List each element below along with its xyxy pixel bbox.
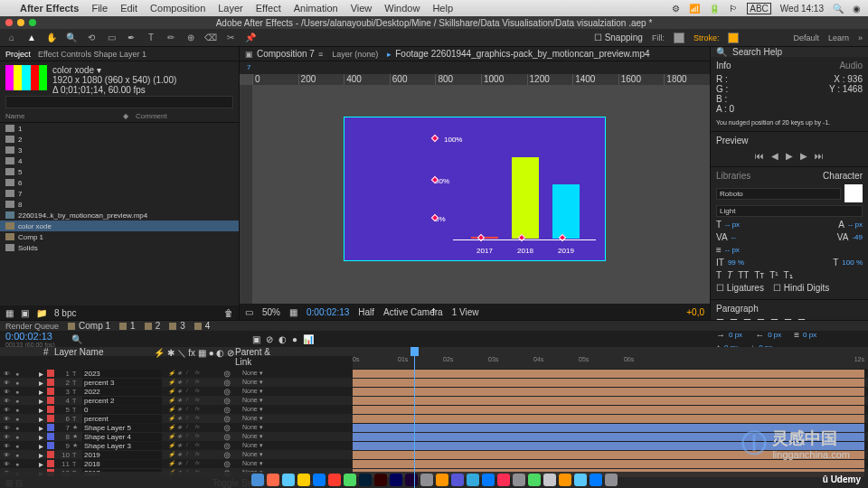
menu-help[interactable]: Help bbox=[432, 3, 453, 14]
allcaps-icon[interactable]: TT bbox=[738, 270, 749, 280]
battery-icon[interactable]: 🔋 bbox=[709, 4, 720, 14]
magnify-icon[interactable]: ▭ bbox=[245, 307, 253, 317]
frame-blend-icon[interactable]: ◐ bbox=[278, 334, 287, 344]
project-search[interactable] bbox=[5, 96, 233, 108]
col-name[interactable]: Name bbox=[5, 112, 123, 120]
trash-icon[interactable]: 🗑 bbox=[224, 308, 233, 318]
menu-composition[interactable]: Composition bbox=[150, 3, 205, 14]
workspace-more-icon[interactable]: » bbox=[858, 33, 863, 42]
font-size[interactable]: -- px bbox=[725, 221, 740, 229]
project-list[interactable]: 123456782260194..k_by_motioncan_preview.… bbox=[0, 123, 239, 305]
flag-icon[interactable]: 🏳 bbox=[729, 4, 738, 14]
siri-icon[interactable]: ◉ bbox=[853, 4, 861, 14]
dock-app-icon[interactable] bbox=[559, 474, 571, 486]
layer-row[interactable]: 👁● ▸ 6 T percent ⚡✱/fx ⊚ None ▾ bbox=[0, 414, 868, 423]
dock-app-icon[interactable] bbox=[451, 474, 464, 486]
view-dropdown[interactable]: 1 View bbox=[452, 307, 479, 317]
snap-toggle[interactable]: ☐ Snapping bbox=[594, 33, 643, 42]
project-item[interactable]: 4 bbox=[0, 155, 239, 166]
project-item[interactable]: color xode bbox=[0, 221, 239, 231]
dock-finder-icon[interactable] bbox=[251, 474, 264, 486]
dock-app-icon[interactable] bbox=[267, 474, 279, 486]
tab-character[interactable]: Character bbox=[823, 171, 863, 181]
menu-view[interactable]: View bbox=[351, 3, 373, 14]
selection-tool-icon[interactable]: ▲ bbox=[25, 32, 38, 44]
shy-icon[interactable]: ⊘ bbox=[266, 334, 273, 344]
tab-render-queue[interactable]: Render Queue bbox=[5, 322, 59, 331]
zoom-tool-icon[interactable]: 🔍 bbox=[65, 32, 78, 44]
kerning[interactable]: -- bbox=[731, 233, 736, 241]
layer-row[interactable]: 👁● ▸ 8 ★ Shape Layer 4 ⚡✱/fx ⊚ None ▾ bbox=[0, 432, 868, 441]
project-item[interactable]: 8 bbox=[0, 199, 239, 210]
dock-app-icon[interactable] bbox=[574, 474, 587, 486]
project-item[interactable]: 5 bbox=[0, 166, 239, 177]
tracking[interactable]: -49 bbox=[852, 233, 863, 241]
dock-app-icon[interactable] bbox=[467, 474, 479, 486]
v-scale[interactable]: 99 % bbox=[728, 258, 744, 267]
dock-app-icon[interactable] bbox=[420, 474, 433, 486]
maximize-icon[interactable] bbox=[29, 19, 36, 26]
ligatures-toggle[interactable]: ☐ Ligatures bbox=[716, 283, 764, 293]
motion-blur-icon[interactable]: ● bbox=[292, 334, 297, 344]
tab-4[interactable]: 4 bbox=[194, 321, 211, 331]
dock-ps-icon[interactable] bbox=[359, 474, 372, 486]
menu-edit[interactable]: Edit bbox=[120, 3, 137, 14]
dock-app-icon[interactable] bbox=[313, 474, 326, 486]
col-label-icon[interactable]: ◆ bbox=[123, 112, 128, 120]
menu-window[interactable]: Window bbox=[384, 3, 420, 14]
tab-effect-controls[interactable]: Effect Controls Shape Layer 1 bbox=[38, 50, 146, 59]
italic-icon[interactable]: T bbox=[727, 270, 732, 280]
h-scale[interactable]: 100 % bbox=[842, 258, 863, 267]
first-frame-icon[interactable]: ⏮ bbox=[755, 151, 764, 161]
superscript-icon[interactable]: T¹ bbox=[769, 270, 778, 280]
dock-app-icon[interactable] bbox=[297, 474, 310, 486]
spotlight-icon[interactable]: 🔍 bbox=[833, 4, 844, 14]
graph-editor-icon[interactable]: 📊 bbox=[303, 334, 314, 344]
text-tool-icon[interactable]: T bbox=[145, 32, 157, 44]
font-weight-select[interactable]: Light bbox=[716, 205, 863, 217]
app-name[interactable]: After Effects bbox=[20, 3, 79, 14]
comp-breadcrumb[interactable]: 7 bbox=[240, 61, 710, 74]
layer-row[interactable]: 👁● ▸ 2 T percent 3 ⚡✱/fx ⊚ None ▾ bbox=[0, 378, 868, 387]
pen-tool-icon[interactable]: ✒ bbox=[125, 32, 137, 44]
dock-app-icon[interactable] bbox=[436, 474, 448, 486]
dock-app-icon[interactable] bbox=[513, 474, 525, 486]
play-icon[interactable]: ▶ bbox=[786, 151, 793, 161]
layer-row[interactable]: 👁● ▸ 11 T 2018 ⚡✱/fx ⊚ None ▾ bbox=[0, 459, 868, 468]
project-item[interactable]: Solids bbox=[0, 242, 239, 253]
menu-animation[interactable]: Animation bbox=[294, 3, 338, 14]
timecode-display[interactable]: 0:00:02:13 bbox=[307, 307, 349, 317]
tab-preview[interactable]: Preview bbox=[716, 136, 749, 145]
dock-app-icon[interactable] bbox=[282, 474, 295, 486]
project-item[interactable]: 2 bbox=[0, 134, 239, 145]
layer-row[interactable]: 👁● ▸ 10 T 2019 ⚡✱/fx ⊚ None ▾ bbox=[0, 450, 868, 459]
puppet-tool-icon[interactable]: 📌 bbox=[244, 32, 257, 44]
comp-viewer[interactable]: 020040060080010001200140016001800 100% 5… bbox=[240, 74, 710, 304]
leading[interactable]: -- px bbox=[848, 221, 863, 229]
tab-info[interactable]: Info bbox=[716, 61, 731, 70]
tab-composition[interactable]: ▣ Composition 7 ≡ bbox=[245, 49, 323, 59]
new-comp-icon[interactable]: ▣ bbox=[21, 308, 29, 318]
last-frame-icon[interactable]: ⏭ bbox=[815, 151, 824, 161]
smallcaps-icon[interactable]: Tт bbox=[754, 270, 764, 280]
dock-app-icon[interactable] bbox=[543, 474, 556, 486]
tab-comp1[interactable]: Comp 1 bbox=[68, 321, 110, 331]
bar-2018[interactable] bbox=[512, 157, 539, 239]
layer-row[interactable]: 👁● ▸ 9 ★ Shape Layer 3 ⚡✱/fx ⊚ None ▾ bbox=[0, 441, 868, 450]
dock-app-icon[interactable] bbox=[528, 474, 541, 486]
layer-row[interactable]: 👁● ▸ 3 T 2022 ⚡✱/fx ⊚ None ▾ bbox=[0, 387, 868, 396]
col-parent[interactable]: Parent & Link bbox=[235, 347, 289, 356]
hindi-toggle[interactable]: ☐ Hindi Digits bbox=[773, 283, 829, 293]
interpret-icon[interactable]: ▦ bbox=[5, 308, 14, 318]
bold-icon[interactable]: T bbox=[716, 270, 722, 280]
roto-tool-icon[interactable]: ✂ bbox=[224, 32, 237, 44]
wifi-icon[interactable]: 📶 bbox=[689, 4, 700, 14]
orbit-tool-icon[interactable]: ⟲ bbox=[85, 32, 98, 44]
playhead[interactable] bbox=[414, 347, 415, 488]
col-comment[interactable]: Comment bbox=[136, 112, 167, 120]
layer-row[interactable]: 👁● ▸ 1 T 2023 ⚡✱/fx ⊚ None ▾ bbox=[0, 369, 868, 378]
dock-trash-icon[interactable] bbox=[605, 474, 618, 486]
tab-footage[interactable]: ▸ Footage 22601944_graphics-pack_by_moti… bbox=[387, 49, 649, 59]
dock-app-icon[interactable] bbox=[344, 474, 356, 486]
project-item[interactable]: 3 bbox=[0, 145, 239, 155]
